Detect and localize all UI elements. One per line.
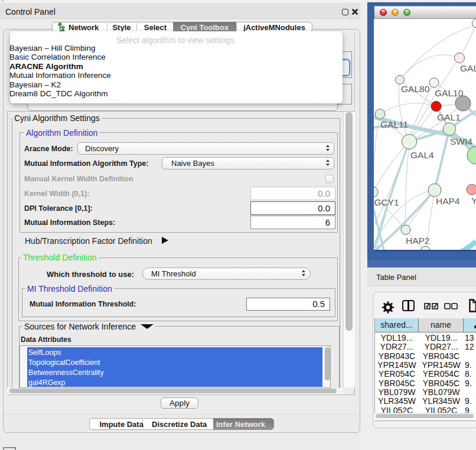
svg-text:GAL: GAL (460, 63, 476, 73)
svg-text:GAL1: GAL1 (437, 112, 461, 122)
svg-text:HAP4: HAP4 (436, 196, 460, 206)
svg-text:HAP2: HAP2 (406, 236, 430, 246)
svg-text:GAL10: GAL10 (435, 88, 464, 98)
svg-text:GAL4: GAL4 (410, 150, 434, 160)
svg-text:GCY1: GCY1 (374, 197, 399, 207)
svg-text:Y: Y (471, 195, 476, 206)
svg-text:SWI4: SWI4 (450, 136, 472, 146)
svg-text:GAL80: GAL80 (401, 84, 430, 94)
svg-text:GAL11: GAL11 (380, 119, 408, 129)
